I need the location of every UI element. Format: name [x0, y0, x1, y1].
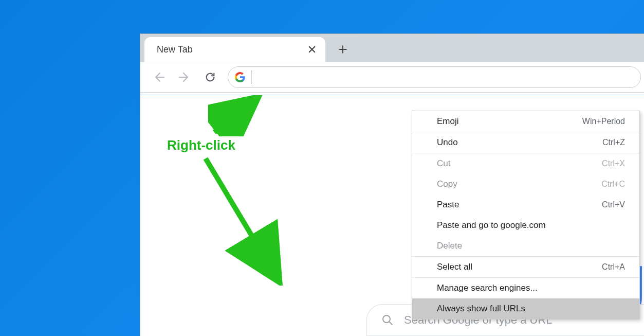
address-bar[interactable] [228, 66, 641, 88]
tab-title: New Tab [157, 44, 193, 55]
forward-button[interactable] [176, 69, 193, 85]
context-menu-item: Delete [412, 236, 639, 256]
context-menu-item[interactable]: Always show full URLs [412, 298, 639, 319]
context-menu-item[interactable]: Select allCtrl+A [412, 257, 639, 277]
new-tab-button[interactable] [333, 39, 353, 60]
context-menu-item-label: Copy [437, 179, 457, 189]
back-button[interactable] [151, 69, 167, 85]
context-menu: EmojiWin+PeriodUndoCtrl+ZCutCtrl+XCopyCt… [412, 111, 640, 320]
context-menu-item-label: Manage search engines... [437, 283, 538, 293]
context-menu-item-shortcut: Ctrl+A [602, 262, 625, 272]
context-menu-item: CutCtrl+X [412, 153, 639, 174]
context-menu-item-shortcut: Ctrl+V [602, 200, 625, 209]
browser-window: New Tab [140, 33, 644, 336]
context-menu-item-label: Emoji [437, 116, 459, 127]
context-menu-item[interactable]: PasteCtrl+V [412, 194, 639, 215]
context-menu-item[interactable]: UndoCtrl+Z [412, 132, 639, 153]
annotation-label: Right-click [167, 137, 235, 153]
text-cursor [251, 70, 251, 84]
reload-button[interactable] [202, 69, 218, 85]
context-menu-item[interactable]: Manage search engines... [412, 278, 639, 298]
google-favicon-icon [234, 72, 246, 83]
context-menu-item-label: Delete [437, 241, 462, 251]
tab-strip: New Tab [140, 34, 644, 62]
context-menu-item-label: Paste [437, 200, 459, 210]
close-tab-button[interactable] [306, 43, 318, 56]
context-menu-item-label: Select all [437, 262, 472, 272]
context-menu-item-shortcut: Ctrl+C [601, 180, 625, 189]
context-menu-item-label: Cut [437, 158, 450, 169]
context-menu-item[interactable]: Paste and go to google.com [412, 215, 639, 236]
context-menu-item[interactable]: EmojiWin+Period [412, 111, 639, 132]
context-menu-item-label: Always show full URLs [437, 304, 525, 314]
context-menu-item-label: Undo [437, 137, 458, 148]
context-menu-item-shortcut: Ctrl+Z [602, 138, 625, 147]
context-menu-item-shortcut: Ctrl+X [602, 159, 625, 168]
context-menu-item-label: Paste and go to google.com [437, 220, 546, 231]
context-menu-item: CopyCtrl+C [412, 174, 639, 194]
context-menu-item-shortcut: Win+Period [582, 117, 625, 126]
toolbar [140, 62, 644, 93]
search-icon [381, 314, 394, 326]
tab-active[interactable]: New Tab [144, 37, 325, 62]
